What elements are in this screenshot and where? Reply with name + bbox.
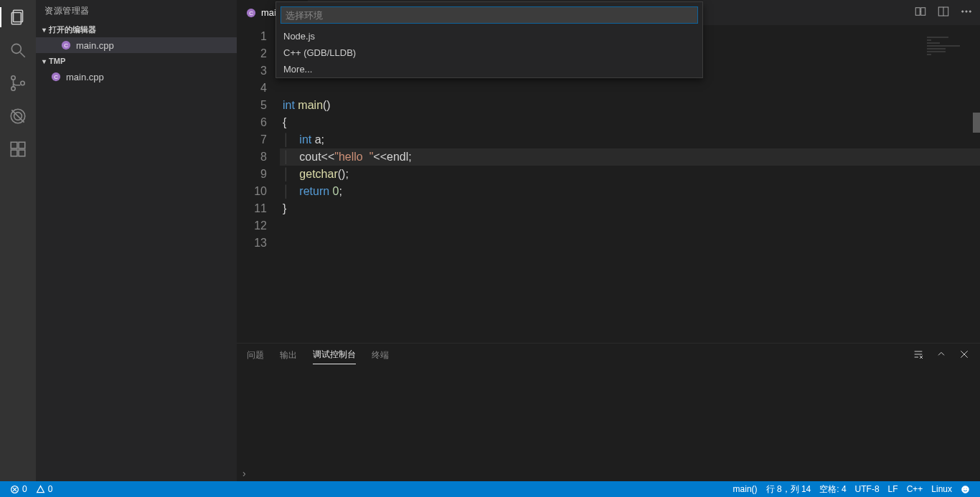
sidebar-title: 资源管理器 [36, 0, 237, 22]
status-warnings[interactable]: 0 [32, 484, 57, 494]
svg-line-3 [20, 52, 25, 57]
svg-text:C: C [64, 42, 68, 49]
status-scope[interactable]: main() [729, 484, 762, 494]
svg-text:C: C [54, 74, 58, 80]
svg-point-25 [966, 10, 967, 11]
clear-console-icon[interactable] [913, 349, 924, 362]
workspace-file-item[interactable]: C main.cpp [36, 69, 237, 85]
editor-area: C main.cpp [237, 0, 980, 481]
status-eol[interactable]: LF [884, 484, 903, 494]
close-panel-icon[interactable] [958, 349, 970, 362]
split-editor-icon[interactable] [937, 5, 950, 21]
compare-changes-icon[interactable] [914, 5, 927, 21]
panel-tab-problems[interactable]: 问题 [247, 346, 264, 364]
quick-pick: Node.js C++ (GDB/LLDB) More... [275, 1, 703, 78]
section-label: 打开的编辑器 [49, 24, 96, 35]
svg-point-39 [963, 488, 965, 489]
svg-rect-20 [915, 7, 920, 15]
quick-pick-input[interactable] [281, 6, 698, 24]
error-count: 0 [22, 484, 27, 494]
panel-body[interactable] [237, 366, 980, 465]
warning-count: 0 [48, 484, 53, 494]
line-number-gutter: 12345678910111213 [237, 25, 280, 343]
svg-rect-13 [19, 150, 25, 156]
svg-point-6 [21, 81, 24, 85]
status-os[interactable]: Linux [927, 484, 956, 494]
cpp-file-icon: C [50, 71, 62, 82]
more-actions-icon[interactable] [960, 5, 973, 21]
status-bar: 0 0 main() 行 8，列 14 空格: 4 UTF-8 LF C++ L… [0, 481, 980, 497]
status-language[interactable]: C++ [903, 484, 928, 494]
quick-pick-item[interactable]: Node.js [276, 28, 702, 44]
panel-tabs: 问题 输出 调试控制台 终端 [237, 344, 980, 366]
sidebar: 资源管理器 ▾ 打开的编辑器 C main.cpp ▾ TMP C main.c… [36, 0, 237, 481]
file-name: main.cpp [76, 40, 114, 51]
bottom-panel: 问题 输出 调试控制台 终端 › [237, 343, 980, 481]
file-name: main.cpp [66, 72, 104, 82]
open-editor-item[interactable]: C main.cpp [36, 37, 237, 53]
section-workspace[interactable]: ▾ TMP [36, 53, 237, 69]
status-indentation[interactable]: 空格: 4 [815, 483, 850, 496]
svg-rect-12 [11, 150, 17, 156]
section-open-editors[interactable]: ▾ 打开的编辑器 [36, 22, 237, 37]
cpp-file-icon: C [245, 7, 257, 19]
svg-marker-37 [37, 486, 44, 492]
svg-point-40 [966, 488, 967, 489]
status-cursor-position[interactable]: 行 8，列 14 [762, 483, 816, 496]
chevron-right-icon: › [242, 468, 246, 479]
svg-point-38 [962, 486, 969, 493]
explorer-icon[interactable] [8, 7, 28, 27]
overview-ruler-marker [973, 113, 980, 133]
source-control-icon[interactable] [8, 73, 28, 93]
chevron-down-icon: ▾ [39, 57, 49, 65]
extensions-icon[interactable] [8, 139, 28, 159]
chevron-down-icon: ▾ [39, 26, 49, 34]
status-errors[interactable]: 0 [6, 484, 32, 494]
svg-point-4 [11, 76, 15, 80]
search-icon[interactable] [8, 40, 28, 60]
svg-text:C: C [249, 9, 253, 16]
quick-pick-item[interactable]: More... [276, 61, 702, 77]
collapse-panel-icon[interactable] [936, 349, 947, 362]
debug-repl-prompt[interactable]: › [237, 465, 980, 481]
svg-point-5 [11, 87, 15, 90]
panel-tab-terminal[interactable]: 终端 [372, 346, 389, 364]
activity-bar [0, 0, 36, 481]
svg-rect-21 [921, 7, 925, 15]
svg-point-26 [969, 10, 971, 11]
panel-tab-debug-console[interactable]: 调试控制台 [313, 346, 356, 364]
quick-pick-item[interactable]: C++ (GDB/LLDB) [276, 44, 702, 61]
svg-rect-11 [19, 142, 25, 148]
cpp-file-icon: C [60, 39, 72, 51]
section-label: TMP [49, 57, 65, 65]
status-feedback-icon[interactable] [956, 485, 974, 494]
panel-tab-output[interactable]: 输出 [280, 346, 297, 364]
debug-icon[interactable] [8, 106, 28, 126]
svg-point-2 [11, 44, 21, 53]
status-encoding[interactable]: UTF-8 [851, 484, 884, 494]
svg-point-24 [962, 10, 963, 11]
svg-rect-10 [11, 142, 17, 148]
